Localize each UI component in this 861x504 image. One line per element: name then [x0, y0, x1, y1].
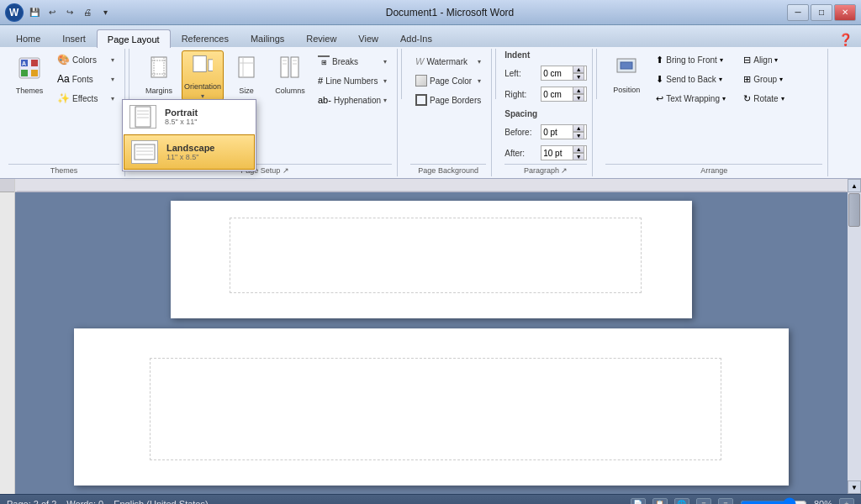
rotate-button[interactable]: ↻ Rotate ▾ — [738, 89, 822, 108]
tab-view[interactable]: View — [347, 29, 389, 47]
print-quick-btn[interactable]: 🖨 — [80, 5, 95, 20]
tab-home[interactable]: Home — [5, 29, 51, 47]
save-quick-btn[interactable]: 💾 — [27, 5, 42, 20]
zoom-level: 80% — [814, 499, 832, 505]
rotate-icon: ↻ — [743, 93, 751, 104]
scroll-track[interactable] — [848, 192, 861, 480]
indent-left-input[interactable]: 0 cm ▲ ▼ — [541, 66, 587, 81]
themes-group-content: A Themes 🎨 Colors ▾ Aa Fonts ▾ — [8, 50, 119, 162]
help-button[interactable]: ❓ — [837, 32, 853, 47]
dropdown-quick-btn[interactable]: ▾ — [98, 5, 113, 20]
view-print-btn[interactable]: 📄 — [631, 498, 646, 505]
page1-content-area — [230, 218, 642, 293]
spacing-before-up[interactable]: ▲ — [573, 124, 584, 132]
page-color-button[interactable]: Page Color ▾ — [410, 71, 486, 90]
colors-icon: 🎨 — [57, 54, 70, 66]
columns-button[interactable]: Columns — [269, 50, 311, 101]
title-bar: W 💾 ↩ ↪ 🖨 ▾ Document1 - Microsoft Word ─… — [0, 0, 861, 25]
paragraph-dialog-btn[interactable]: ↗ — [561, 166, 568, 175]
watermark-button[interactable]: W Watermark ▾ — [410, 52, 486, 71]
status-bar: Page: 2 of 2 Words: 0 English (United St… — [0, 494, 861, 504]
line-numbers-label: Line Numbers — [325, 76, 381, 86]
indent-left-up[interactable]: ▲ — [573, 66, 584, 73]
view-draft-btn[interactable]: ≡ — [718, 498, 733, 505]
indent-right-up[interactable]: ▲ — [573, 87, 584, 94]
arrange-col1: ⬆ Bring to Front ▾ ⬇ Send to Back ▾ ↩ Te… — [651, 50, 735, 108]
hyphenation-button[interactable]: ab- Hyphenation ▾ — [313, 91, 392, 109]
view-web-btn[interactable]: 🌐 — [674, 498, 689, 505]
portrait-option[interactable]: Portrait 8.5" x 11" — [123, 100, 256, 134]
tab-references[interactable]: References — [171, 29, 240, 47]
portrait-desc: 8.5" x 11" — [165, 118, 198, 126]
ribbon-tabs: Home Insert Page Layout References Maili… — [0, 25, 861, 47]
effects-button[interactable]: ✨ Effects ▾ — [52, 89, 119, 108]
scroll-thumb[interactable] — [848, 193, 860, 227]
tab-insert[interactable]: Insert — [51, 29, 97, 47]
view-full-btn[interactable]: 📋 — [652, 498, 668, 505]
align-label: Align — [753, 55, 772, 65]
indent-left-spinners: ▲ ▼ — [573, 66, 584, 81]
themes-label: Themes — [16, 87, 44, 95]
fonts-arrow: ▾ — [111, 76, 114, 83]
tab-add-ins[interactable]: Add-Ins — [389, 29, 443, 47]
tab-review[interactable]: Review — [295, 29, 347, 47]
position-icon — [615, 57, 637, 84]
page-borders-icon — [415, 94, 427, 106]
svg-text:A: A — [22, 60, 26, 66]
zoom-in-btn[interactable]: + — [839, 498, 854, 505]
themes-group: A Themes 🎨 Colors ▾ Aa Fonts ▾ — [3, 49, 125, 176]
page-color-arrow: ▾ — [478, 77, 481, 85]
breaks-button[interactable]: ⊞ Breaks ▾ — [313, 52, 392, 71]
minimize-button[interactable]: ─ — [787, 4, 809, 21]
scroll-down-arrow[interactable]: ▼ — [848, 480, 861, 494]
svg-rect-15 — [239, 57, 254, 77]
spacing-after-value: 10 pt — [543, 149, 562, 158]
breaks-arrow: ▾ — [383, 58, 387, 66]
landscape-option[interactable]: Landscape 11" x 8.5" — [124, 134, 255, 170]
send-back-button[interactable]: ⬇ Send to Back ▾ — [651, 70, 735, 88]
tab-page-layout[interactable]: Page Layout — [97, 29, 171, 48]
spacing-after-input[interactable]: 10 pt ▲ ▼ — [541, 145, 587, 160]
document-scroll-area[interactable] — [15, 192, 848, 494]
indent-right-spinners: ▲ ▼ — [573, 87, 584, 102]
paragraph-group-label: Paragraph ↗ — [504, 164, 587, 176]
bring-front-icon: ⬆ — [656, 55, 663, 66]
align-button[interactable]: ⊟ Align ▾ — [738, 50, 822, 69]
undo-quick-btn[interactable]: ↩ — [45, 5, 60, 20]
app-logo: W — [5, 3, 24, 22]
text-wrapping-button[interactable]: ↩ Text Wrapping ▾ — [651, 89, 735, 108]
fonts-button[interactable]: Aa Fonts ▾ — [52, 70, 119, 88]
spacing-before-down[interactable]: ▼ — [573, 132, 584, 139]
margins-button[interactable]: Margins — [138, 50, 180, 101]
orientation-button[interactable]: Orientation ▾ — [182, 50, 224, 101]
spacing-before-input[interactable]: 0 pt ▲ ▼ — [541, 124, 587, 139]
themes-button[interactable]: A Themes — [8, 50, 50, 101]
margins-label: Margins — [145, 87, 172, 95]
close-button[interactable]: ✕ — [834, 4, 856, 21]
quick-access-toolbar: 💾 ↩ ↪ 🖨 ▾ — [27, 5, 113, 20]
effects-label: Effects — [72, 94, 108, 103]
colors-button[interactable]: 🎨 Colors ▾ — [52, 50, 119, 69]
spacing-after-down[interactable]: ▼ — [573, 153, 584, 160]
vertical-scrollbar[interactable]: ▲ ▼ — [848, 179, 861, 494]
bring-front-button[interactable]: ⬆ Bring to Front ▾ — [651, 50, 735, 69]
indent-left-down[interactable]: ▼ — [573, 73, 584, 81]
line-numbers-button[interactable]: # Line Numbers ▾ — [313, 71, 392, 90]
tab-mailings[interactable]: Mailings — [240, 29, 295, 47]
zoom-slider[interactable] — [740, 499, 807, 505]
redo-quick-btn[interactable]: ↪ — [62, 5, 77, 20]
orientation-dropdown: Portrait 8.5" x 11" Landscape 11" x 8.5" — [122, 99, 256, 171]
position-button[interactable]: Position — [605, 50, 647, 101]
group-button[interactable]: ⊞ Group ▾ — [738, 70, 822, 88]
indent-right-down[interactable]: ▼ — [573, 94, 584, 102]
page-setup-dialog-btn[interactable]: ↗ — [283, 166, 289, 175]
indent-right-input[interactable]: 0 cm ▲ ▼ — [541, 87, 587, 102]
spacing-after-up[interactable]: ▲ — [573, 145, 584, 153]
size-button[interactable]: Size — [225, 50, 267, 101]
maximize-button[interactable]: □ — [811, 4, 832, 21]
scroll-up-arrow[interactable]: ▲ — [848, 179, 861, 192]
page-borders-button[interactable]: Page Borders — [410, 91, 486, 109]
spacing-after-label: After: — [504, 149, 538, 158]
view-outline-btn[interactable]: ≡ — [696, 498, 711, 505]
indent-right-value: 0 cm — [543, 90, 562, 99]
